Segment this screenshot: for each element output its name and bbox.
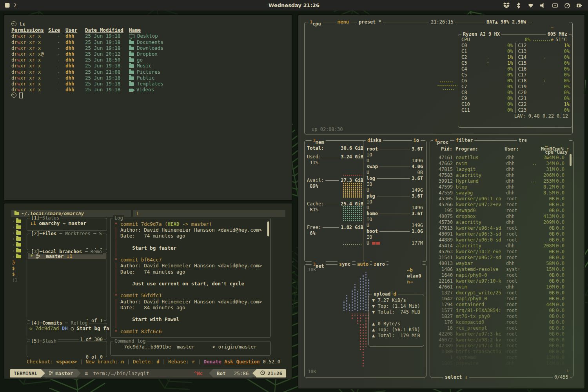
dropbox-icon[interactable] (503, 2, 510, 9)
select-hint[interactable]: select ↓ (443, 374, 469, 380)
net-sync-toggle[interactable]: sync (338, 261, 352, 267)
proc-row[interactable]: 45263kworker/14:2-everoot0B0.0 (430, 249, 573, 255)
proc-row[interactable]: 47613kworker/u96:4-sdroot0B0.0 (430, 225, 573, 231)
mem-stat-label: Used:3.24 GiB (307, 154, 363, 160)
proc-row[interactable]: 1642napi/phy0-0root0B0.0 (430, 296, 573, 302)
lazygit-status-panel[interactable]: [1]─Status ↓1 omarchy → master (27, 218, 107, 231)
proc-header-user[interactable]: User: (505, 146, 534, 152)
statusline-file[interactable]: ≡ term:/…/bin/lazygit^Wc (81, 369, 209, 377)
proc-header-cpu[interactable]: Cpu% ↑ (552, 146, 570, 152)
proc-row[interactable]: 47161nautilusdhh264M0.0 (430, 155, 573, 161)
ask-question-link[interactable]: Ask Question (224, 359, 260, 365)
folder-icon (16, 225, 21, 229)
proc-row[interactable]: 47583alacrittydhh206M0.0 (430, 172, 573, 178)
proc-header-pid[interactable]: Pid: (433, 146, 452, 152)
mem-box-title[interactable]: 2mem (312, 138, 326, 145)
proc-row[interactable]: 16rcu_preemptroot0B0.0 (430, 325, 573, 331)
proc-row[interactable]: 1640napi/phy0-0root0B0.0 (430, 272, 573, 278)
lazygit-log-panel[interactable]: Log * commit 7dc9d7a (HEAD -> master)│ A… (110, 218, 271, 338)
lazygit-commits-panel[interactable]: [4]─Commits ─ Reflog ◇ 7dc9d7ad DH ○ Sta… (27, 323, 107, 339)
proc-row[interactable]: 31541kworker/u96:2-sdroot0B0.0 (430, 255, 573, 261)
net-interface-switcher[interactable]: ←b wlan0 n→ (388, 261, 423, 291)
proc-row[interactable]: 176kcompactd0root0B0.0 (430, 319, 573, 325)
keybind-label[interactable]: Checkout: (27, 359, 56, 365)
proc-row[interactable]: 1327dmcrypt_write/25root0B0.0 (430, 290, 573, 296)
proc-row[interactable]: 22161kworker/u97:10-kroot0B0.0 (430, 278, 573, 284)
proc-row[interactable]: 42389kworker/u97:4-btroot0B0.0 (430, 343, 573, 349)
proc-row[interactable]: 43091kworker/u96:3-sdroot0B0.0 (430, 231, 573, 237)
lazygit-branches-panel[interactable]: [3]─Local branches ─ Remo * master ↓1 1 … (27, 252, 107, 321)
tree-item[interactable]: › (12, 230, 26, 236)
tree-item[interactable]: › (12, 254, 26, 260)
keybind-label[interactable]: Rebase: (168, 359, 192, 365)
proc-row[interactable]: 1577irq/81-PIXA3854:root0B0.0 (430, 308, 573, 314)
proc-row[interactable]: 1794containerdroot44M0.0 (430, 302, 573, 308)
proc-row[interactable]: 44889kworker/u96:0-sdroot0B0.0 (430, 237, 573, 243)
tree-item[interactable]: $ (12, 271, 26, 277)
io-toggle[interactable]: io (412, 138, 421, 143)
menu-button[interactable]: menu (336, 19, 350, 25)
proc-row[interactable]: 1805pipewiredhh14M0.0 (430, 361, 573, 367)
bluetooth-icon[interactable] (515, 2, 522, 9)
tree-item[interactable]: › (12, 236, 26, 242)
proc-row[interactable]: 39912Hyprlanddhh...253M0.0 (430, 178, 573, 184)
proc-row[interactable]: 45414alacrittydhh208M0.0 (430, 243, 573, 249)
iface-prev-button[interactable]: ←b (407, 267, 412, 273)
keybind-label[interactable]: New branch: (86, 359, 121, 365)
lazygit-stash-panel[interactable]: [5]─Stash 0 of 0 (27, 341, 107, 357)
proc-row[interactable]: 40075dropboxdhh413M0.0 (430, 214, 573, 220)
net-stats-box: upload└d ▼ 7.27 KiB/s▼ Top: (1.14 Mib)▼ … (368, 294, 424, 347)
donate-link[interactable]: Donate (204, 359, 221, 365)
tree-item[interactable]: › (12, 242, 26, 248)
preset-button[interactable]: preset * (357, 19, 383, 25)
proc-row[interactable]: 45266kworker/u97:2+evroot0B0.0 (430, 202, 573, 208)
iface-next-button[interactable]: n→ (407, 279, 412, 285)
proc-row[interactable]: 1486systemd-resolvesyst+15M0.0 (430, 267, 573, 272)
proc-row[interactable]: 195kswapd0root0B0.0 (430, 208, 573, 214)
tree-item[interactable]: › (12, 218, 26, 224)
proc-row[interactable]: 1systemdroot13M0.0 (430, 355, 573, 361)
tree-item[interactable]: $ (12, 265, 26, 271)
net-zero-toggle[interactable]: zero (372, 261, 387, 267)
tree-item[interactable]: › (12, 224, 26, 230)
screenshare-icon[interactable] (552, 2, 558, 9)
net-auto-toggle[interactable]: auto (356, 261, 370, 267)
filter-button[interactable]: filter (454, 138, 474, 143)
proc-box-title[interactable]: 4proc (433, 138, 450, 145)
proc-row[interactable]: 47559swaybgdhh8.5M0.0 (430, 190, 573, 196)
proc-row[interactable]: 1380btrfs-transactioroot0B0.0 (430, 349, 573, 355)
proc-row[interactable]: 47815lazygitdhh31M0.0 (430, 167, 573, 172)
proc-row[interactable]: 45305kworker/u96:1-coroot0B0.0 (430, 196, 573, 202)
proc-row[interactable]: 42208kworker/u97:3-kcroot0B0.0 (430, 331, 573, 337)
cpu-box-title[interactable]: 1cpu (309, 19, 323, 27)
battery-icon[interactable] (576, 2, 583, 9)
interval-minus-button[interactable]: − (551, 25, 554, 31)
proc-row[interactable]: 40013waybardhh58M0.0 (430, 261, 573, 267)
proc-row[interactable]: 46072kworker/u98:2-kvroot0B0.0 (430, 337, 573, 343)
proc-row[interactable]: 1827mt76-tx phy0root0B0.0 (430, 314, 573, 319)
statusline-mode[interactable]: TERMINAL (10, 369, 41, 377)
disks-box-title[interactable]: disks (366, 138, 383, 143)
proc-header-program[interactable]: Program: (456, 146, 505, 152)
commits-panel-title: [4]─Commits ─ Reflog (30, 320, 89, 326)
proc-header-mem[interactable]: MemB (535, 146, 552, 152)
winbar-tab-segment[interactable]: 1 (133, 210, 285, 217)
log-scrollbar[interactable] (267, 221, 269, 236)
proc-row[interactable]: 45730alacrittydhh209M0.0 (430, 220, 573, 225)
statusline-branch[interactable]: master (45, 369, 77, 377)
tree-item[interactable]: ℨ (12, 260, 26, 265)
cpu-core-row: C70%C190% (461, 84, 570, 90)
volume-icon[interactable] (540, 2, 546, 9)
gauge-icon[interactable] (564, 2, 570, 9)
keybind-label[interactable]: Delete: (133, 359, 156, 365)
proc-row[interactable]: 47662nvimdhh..34M0.0 (430, 161, 573, 167)
wifi-icon[interactable] (528, 2, 534, 9)
lazygit-files-panel[interactable]: [2]─Files ─ Worktrees ─ S 0 of 0 (27, 234, 107, 250)
proc-row[interactable]: 47661nvimdhh10M0.0 (430, 284, 573, 290)
cpu-core-row: C50%C170% (461, 72, 570, 78)
proc-row[interactable]: 47599btopdhh8.2M0.0 (430, 184, 573, 190)
tree-item[interactable]: (1 (12, 277, 26, 283)
tree-item[interactable]: › (12, 248, 26, 254)
net-stats-title[interactable]: upload└d (372, 291, 398, 297)
shell-prompt-line[interactable] (11, 93, 292, 98)
